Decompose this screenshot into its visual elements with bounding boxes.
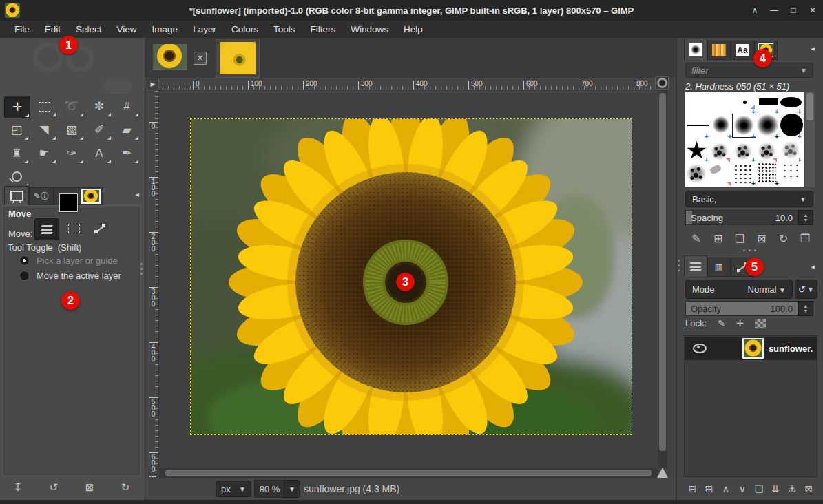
move-selection-button[interactable]: [62, 218, 85, 239]
brush-item[interactable]: [758, 162, 776, 183]
delete-tool-preset-button[interactable]: ⊠: [81, 480, 98, 495]
menu-item-select[interactable]: Select: [68, 22, 110, 36]
dock-resize-handle[interactable]: [678, 260, 680, 271]
reset-tool-options-button[interactable]: ↻: [117, 480, 134, 495]
layer-mode-switch-button[interactable]: ↺▼: [795, 280, 817, 299]
collapse-dock-icon[interactable]: ◂: [811, 44, 815, 53]
menu-item-file[interactable]: File: [7, 22, 37, 36]
brush-item[interactable]: [782, 162, 801, 180]
title-bar[interactable]: *[sunflower] (imported)-1.0 (RGB color 8…: [0, 0, 823, 21]
vertical-scrollbar[interactable]: [658, 90, 667, 468]
tool-unified-transform[interactable]: ◰: [4, 119, 29, 140]
brush-item[interactable]: [759, 98, 778, 105]
maximize-button[interactable]: □: [787, 4, 800, 17]
menu-item-help[interactable]: Help: [396, 22, 430, 36]
brush-item[interactable]: [709, 164, 722, 175]
layer-list[interactable]: sunflower.: [684, 335, 817, 477]
shade-window-button[interactable]: ∧: [749, 4, 761, 17]
brush-item[interactable]: [713, 116, 729, 133]
menu-item-filters[interactable]: Filters: [302, 22, 343, 36]
menu-item-windows[interactable]: Windows: [343, 22, 396, 36]
minimize-button[interactable]: —: [768, 4, 780, 17]
lock-alpha-icon[interactable]: [755, 319, 766, 328]
layer-mode-select[interactable]: Mode Normal ▼: [685, 280, 793, 299]
close-image-icon[interactable]: ✕: [194, 52, 207, 65]
tab-fonts[interactable]: Aa: [731, 41, 754, 60]
menu-item-edit[interactable]: Edit: [37, 22, 68, 36]
tool-rectangle-select[interactable]: [32, 96, 56, 117]
lock-position-icon[interactable]: ✛: [736, 318, 744, 328]
opacity-slider[interactable]: Opacity 100.0: [685, 301, 798, 316]
brush-item[interactable]: [687, 141, 707, 160]
tool-gradient[interactable]: ▧: [59, 119, 84, 140]
lock-pixels-icon[interactable]: ✎: [718, 318, 725, 328]
merge-layer-button[interactable]: ⇊: [769, 481, 783, 496]
tab-patterns[interactable]: [707, 41, 731, 60]
raise-layer-button[interactable]: ∧: [718, 481, 733, 496]
tool-eraser[interactable]: ▰: [114, 119, 139, 140]
save-tool-preset-button[interactable]: ↧: [10, 480, 26, 495]
brush-filter-input[interactable]: filter ▼: [685, 63, 813, 78]
brush-item[interactable]: [687, 125, 709, 126]
move-layer-button[interactable]: [34, 218, 59, 240]
panel-resize-handle[interactable]: [140, 263, 143, 275]
brush-item[interactable]: [743, 101, 747, 104]
brush-item[interactable]: [733, 164, 753, 183]
horizontal-scrollbar-thumb[interactable]: [165, 470, 652, 476]
tool-bucket-fill[interactable]: ◥: [32, 119, 56, 140]
radio-pick-layer[interactable]: Pick a layer or guide: [19, 255, 118, 266]
brush-item[interactable]: [734, 143, 752, 160]
tab-image-thumbnail[interactable]: [79, 187, 103, 205]
open-brush-as-image-button[interactable]: ❐: [796, 230, 814, 246]
refresh-brushes-button[interactable]: ↻: [774, 230, 792, 246]
spacing-slider[interactable]: Spacing 10.0: [685, 210, 798, 225]
canvas-menu-button[interactable]: ▶: [147, 78, 159, 90]
new-layer-group-button[interactable]: ⊞: [702, 481, 716, 496]
brush-item[interactable]: [687, 163, 706, 184]
tab-device-status[interactable]: ✎ⓘ: [29, 187, 54, 205]
tool-zoom[interactable]: [4, 166, 29, 187]
tool-smudge[interactable]: ☛: [32, 143, 56, 164]
opacity-spinner[interactable]: ▲▼: [798, 301, 813, 316]
new-brush-button[interactable]: ⊞: [709, 230, 727, 246]
unit-select[interactable]: px ▼: [216, 481, 251, 497]
menu-item-image[interactable]: Image: [145, 22, 186, 36]
horizontal-ruler[interactable]: 0100200300400500600700800: [159, 78, 658, 90]
zoom-level-dropdown[interactable]: ▼: [284, 480, 300, 498]
tab-tool-options[interactable]: [4, 186, 29, 205]
tool-color-picker[interactable]: ✒: [114, 143, 139, 164]
tool-move[interactable]: ✛: [4, 96, 30, 118]
navigation-preview-button[interactable]: [656, 466, 669, 479]
image-tab-sunflower[interactable]: [153, 44, 187, 70]
menu-item-layer[interactable]: Layer: [185, 22, 224, 36]
tool-text[interactable]: A: [87, 143, 112, 164]
menu-item-tools[interactable]: Tools: [266, 22, 303, 36]
tool-free-select[interactable]: ➰: [59, 96, 84, 117]
brush-grid-scrollbar[interactable]: [805, 92, 815, 187]
tool-clone[interactable]: ♜: [4, 143, 29, 164]
delete-brush-button[interactable]: ⊠: [753, 230, 771, 246]
duplicate-brush-button[interactable]: ❏: [731, 230, 749, 246]
tool-fuzzy-select[interactable]: ✼: [87, 96, 112, 117]
brush-item[interactable]: [780, 97, 802, 107]
brush-grid[interactable]: + + + + + + + + + + + + +: [685, 92, 804, 187]
quick-mask-toggle[interactable]: [147, 468, 158, 478]
tab-brushes[interactable]: [684, 39, 707, 60]
tool-paintbrush[interactable]: ✐: [87, 119, 112, 140]
brush-category-select[interactable]: Basic, ▼: [685, 191, 813, 207]
duplicate-layer-button[interactable]: ❏: [752, 481, 767, 496]
edit-brush-button[interactable]: ✎: [687, 230, 705, 246]
layer-row-sunflower[interactable]: sunflower.: [685, 337, 817, 360]
vertical-scrollbar-thumb[interactable]: [659, 93, 666, 451]
tab-channels[interactable]: ▥: [707, 258, 731, 277]
scrollbar-thumb[interactable]: [806, 93, 813, 120]
foreground-color-swatch[interactable]: [59, 193, 78, 212]
close-button[interactable]: ✕: [806, 4, 819, 17]
new-layer-button[interactable]: ⊟: [685, 481, 700, 496]
restore-tool-preset-button[interactable]: ↺: [45, 480, 62, 495]
lower-layer-button[interactable]: ∨: [735, 481, 749, 496]
tool-crop[interactable]: #: [114, 96, 139, 117]
collapse-dock-icon[interactable]: ◂: [135, 190, 139, 199]
tab-layers[interactable]: [684, 255, 707, 277]
vertical-ruler[interactable]: 0100200300400500600: [147, 90, 159, 468]
